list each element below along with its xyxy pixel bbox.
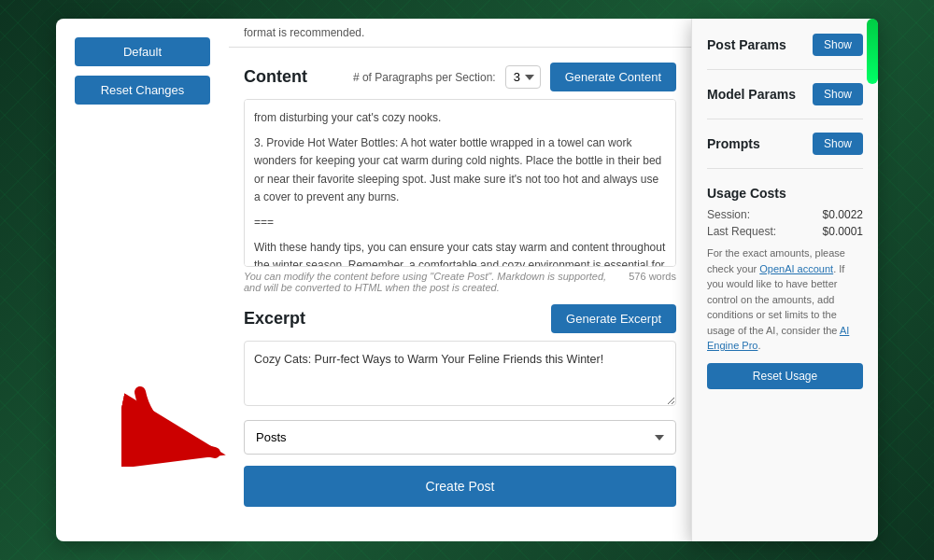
excerpt-section: Excerpt Generate Excerpt xyxy=(244,304,676,409)
reset-changes-button[interactable]: Reset Changes xyxy=(75,76,210,105)
format-note-text: format is recommended. xyxy=(244,26,364,39)
usage-note: For the exact amounts, please check your… xyxy=(707,245,863,354)
post-params-section: Post Params Show xyxy=(707,34,863,70)
last-request-value: $0.0001 xyxy=(823,225,863,238)
default-button[interactable]: Default xyxy=(75,37,210,66)
session-value: $0.0022 xyxy=(823,208,863,221)
last-request-row: Last Request: $0.0001 xyxy=(707,225,863,238)
usage-costs-section: Usage Costs Session: $0.0022 Last Reques… xyxy=(707,182,863,389)
format-note: format is recommended. xyxy=(229,19,691,48)
session-row: Session: $0.0022 xyxy=(707,208,863,221)
content-meta: You can modify the content before using … xyxy=(244,271,676,293)
content-body: Content # of Paragraphs per Section: 3 1… xyxy=(229,48,691,541)
session-label: Session: xyxy=(707,208,750,221)
prompts-section: Prompts Show xyxy=(707,133,863,169)
left-panel: Default Reset Changes xyxy=(56,19,229,541)
word-count: 576 words xyxy=(629,271,676,282)
model-params-title: Model Params xyxy=(707,87,796,102)
excerpt-title: Excerpt xyxy=(244,309,305,329)
generate-content-button[interactable]: Generate Content xyxy=(550,63,676,91)
paragraphs-label: # of Paragraphs per Section: xyxy=(353,71,496,84)
excerpt-header: Excerpt Generate Excerpt xyxy=(244,304,676,333)
create-post-button[interactable]: Create Post xyxy=(244,466,676,507)
post-params-title: Post Params xyxy=(707,37,786,52)
content-meta-text: You can modify the content before using … xyxy=(244,271,619,293)
generate-excerpt-button[interactable]: Generate Excerpt xyxy=(551,304,676,333)
content-controls: # of Paragraphs per Section: 3 1 2 4 5 G… xyxy=(353,63,676,91)
usage-costs-title: Usage Costs xyxy=(707,186,863,201)
ai-engine-pro-link[interactable]: AI Engine Pro xyxy=(707,325,849,352)
prompts-show-button[interactable]: Show xyxy=(813,133,863,155)
last-request-label: Last Request: xyxy=(707,225,776,238)
reset-usage-button[interactable]: Reset Usage xyxy=(707,363,863,389)
content-section: Content # of Paragraphs per Section: 3 1… xyxy=(244,63,676,293)
green-accent-bar xyxy=(867,19,878,84)
content-section-header: Content # of Paragraphs per Section: 3 1… xyxy=(244,63,676,91)
ui-container: Default Reset Changes format is recommen… xyxy=(56,19,878,541)
excerpt-textarea[interactable] xyxy=(244,341,676,406)
main-content: format is recommended. Content # of Para… xyxy=(229,19,691,541)
model-params-section: Model Params Show xyxy=(707,83,863,119)
post-params-show-button[interactable]: Show xyxy=(813,34,863,56)
content-title: Content xyxy=(244,67,307,87)
post-type-container: Posts Pages xyxy=(244,420,676,455)
post-type-select[interactable]: Posts Pages xyxy=(244,420,676,455)
paragraphs-select[interactable]: 3 1 2 4 5 xyxy=(505,65,541,89)
right-panel: Post Params Show Model Params Show Promp… xyxy=(691,19,878,541)
content-text-area[interactable]: from disturbing your cat's cozy nooks. 3… xyxy=(244,99,676,267)
prompts-title: Prompts xyxy=(707,136,760,151)
openai-account-link[interactable]: OpenAI account xyxy=(759,263,833,274)
model-params-show-button[interactable]: Show xyxy=(813,83,863,105)
